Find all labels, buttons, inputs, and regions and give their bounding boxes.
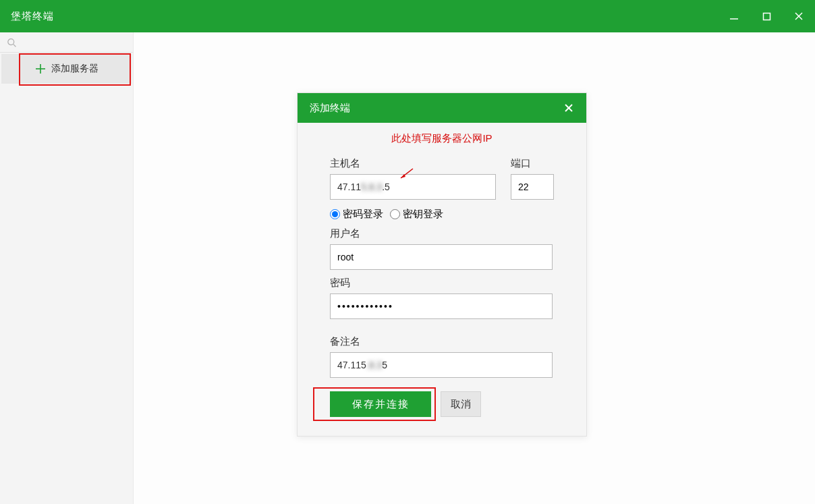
username-input[interactable] <box>330 244 553 270</box>
remark-label: 备注名 <box>330 335 554 348</box>
port-label: 端口 <box>511 157 554 170</box>
cancel-button[interactable]: 取消 <box>441 391 481 417</box>
password-label: 密码 <box>330 277 554 289</box>
svg-line-5 <box>13 44 16 47</box>
port-input[interactable] <box>511 174 554 200</box>
modal-header: 添加终端 <box>298 93 586 123</box>
close-button[interactable] <box>783 0 815 32</box>
add-server-label: 添加服务器 <box>51 63 99 75</box>
svg-rect-1 <box>763 13 770 20</box>
login-method-group: 密码登录 密钥登录 <box>330 208 554 221</box>
login-password-radio[interactable] <box>330 209 340 219</box>
titlebar: 堡塔终端 <box>0 0 815 32</box>
close-icon <box>565 104 573 112</box>
minimize-button[interactable] <box>718 0 750 32</box>
host-input[interactable] <box>330 174 496 200</box>
username-label: 用户名 <box>330 227 554 240</box>
login-key-option[interactable]: 密钥登录 <box>390 208 443 221</box>
search-input[interactable] <box>20 37 133 47</box>
svg-point-4 <box>8 38 14 45</box>
login-password-option[interactable]: 密码登录 <box>330 208 383 221</box>
window-controls <box>718 0 815 32</box>
sidebar: 添加服务器 <box>0 32 134 504</box>
modal-title: 添加终端 <box>310 102 350 115</box>
host-label: 主机名 <box>330 157 497 170</box>
app-title: 堡塔终端 <box>11 10 54 23</box>
search-icon <box>7 37 16 48</box>
save-connect-button[interactable]: 保存并连接 <box>330 391 431 417</box>
plus-icon <box>35 63 46 74</box>
add-server-button[interactable]: 添加服务器 <box>1 54 132 84</box>
login-key-label: 密钥登录 <box>403 208 443 221</box>
login-password-label: 密码登录 <box>343 208 383 221</box>
modal-tip-text: 此处填写服务器公网IP <box>391 132 492 145</box>
maximize-button[interactable] <box>750 0 783 32</box>
modal-close-button[interactable] <box>561 100 577 116</box>
modal-tip: 此处填写服务器公网IP <box>330 132 554 145</box>
sidebar-search[interactable] <box>0 32 133 53</box>
login-key-radio[interactable] <box>390 209 400 219</box>
remark-input[interactable] <box>330 352 553 378</box>
password-input[interactable] <box>330 293 553 319</box>
add-terminal-modal: 添加终端 此处填写服务器公网IP 主机名 47.115.8.3.5 端口 <box>297 92 587 437</box>
